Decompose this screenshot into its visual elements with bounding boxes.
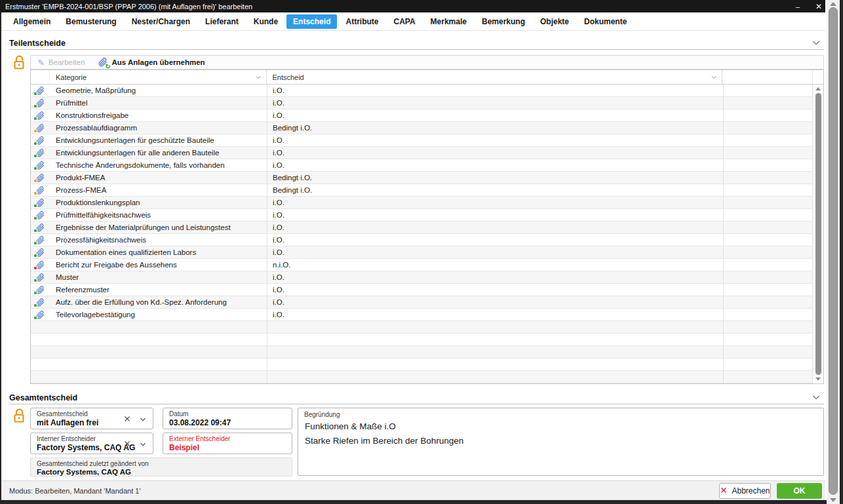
- table-row[interactable]: Prozess-FMEABedingt i.O.: [31, 184, 814, 197]
- scroll-up-icon[interactable]: [830, 2, 836, 6]
- empty-icon-cell: [31, 371, 50, 383]
- table-row[interactable]: Ergebnisse der Materialprüfungen und Lei…: [31, 222, 814, 234]
- spacer-cell: [724, 346, 814, 358]
- tab-dokumente[interactable]: Dokumente: [578, 14, 633, 29]
- tab-attribute[interactable]: Attribute: [339, 14, 385, 29]
- chevron-down-icon[interactable]: [138, 415, 147, 427]
- entscheid-column-header[interactable]: Entscheid: [267, 70, 722, 84]
- table-row[interactable]: Entwicklungsunterlagen für geschützte Ba…: [31, 134, 814, 147]
- empty-icon-cell: [31, 359, 50, 370]
- table-row[interactable]: Referenzmusteri.O.: [31, 284, 814, 296]
- section-divider: [9, 49, 824, 50]
- scrollbar-thumb[interactable]: [815, 93, 821, 375]
- aus-anlagen-uebernehmen-button[interactable]: ↻ Aus Anlagen übernehmen: [98, 58, 205, 68]
- begruendung-label: Begründung: [298, 408, 823, 419]
- tab-kunde[interactable]: Kunde: [247, 14, 284, 29]
- datum-field[interactable]: Datum 03.08.2022 09:47: [163, 408, 292, 429]
- kategorie-cell: Produktionslenkungsplan: [50, 197, 267, 208]
- spacer-cell: [724, 159, 814, 171]
- table-row[interactable]: Musteri.O.: [31, 271, 814, 284]
- kategorie-cell: Aufz. über die Erfüllung von Kd.-Spez. A…: [50, 296, 267, 308]
- tab-objekte[interactable]: Objekte: [534, 14, 576, 29]
- begruendung-text: Funktionen & Maße i.OStarke Riefen im Be…: [298, 419, 823, 448]
- zuletzt-geaendert-field: Gesamtentscheid zuletzt geändert von Fac…: [30, 457, 292, 476]
- table-row[interactable]: Produktionslenkungsplani.O.: [31, 197, 814, 209]
- kategorie-cell: [50, 321, 267, 333]
- kategorie-cell: Ergebnisse der Materialprüfungen und Lei…: [50, 222, 267, 233]
- tab-allgemein[interactable]: Allgemein: [7, 14, 57, 29]
- window-title: Erstmuster 'EMPB-2024-001/BSP (PPAP 2006…: [5, 3, 252, 10]
- entscheid-cell: i.O.: [267, 284, 724, 296]
- status-dot-red: [34, 267, 37, 269]
- table-row[interactable]: Dokumentation eines qualifizierten Labor…: [31, 246, 814, 259]
- table-row[interactable]: Bericht zur Freigabe des Aussehensn.i.O.: [31, 259, 814, 271]
- table-row[interactable]: Prüfmittelfähigkeitsnachweisi.O.: [31, 209, 814, 222]
- paperclip-icon: [31, 222, 50, 233]
- externer-entscheider-field[interactable]: Externer Entscheider Beispiel: [163, 433, 292, 454]
- tab-bemerkung[interactable]: Bemerkung: [475, 14, 532, 29]
- datum-label: Datum: [163, 408, 292, 417]
- window-scrollbar-thumb[interactable]: [829, 7, 838, 495]
- spacer-cell: [724, 284, 814, 296]
- entscheid-cell: i.O.: [267, 109, 724, 121]
- paperclip-icon: [31, 134, 50, 146]
- tab-merkmale[interactable]: Merkmale: [424, 14, 473, 29]
- window-scrollbar[interactable]: [827, 0, 840, 504]
- entscheid-cell: i.O.: [267, 234, 724, 246]
- minimize-button[interactable]: –: [791, 0, 805, 12]
- clear-x-icon[interactable]: [123, 439, 132, 451]
- collapse-gesamtentscheid-icon[interactable]: [811, 392, 821, 405]
- status-dot-green: [34, 204, 37, 207]
- table-row[interactable]: ProzessablaufdiagrammBedingt i.O.: [31, 122, 814, 134]
- table-row-empty[interactable]: [31, 359, 814, 371]
- scroll-down-icon[interactable]: [830, 498, 836, 502]
- table-row[interactable]: Entwicklungsunterlagen für alle anderen …: [31, 147, 814, 159]
- gesamtentscheid-select[interactable]: Gesamtentscheid mit Auflagen frei: [30, 408, 153, 429]
- abbrechen-button[interactable]: Abbrechen: [719, 483, 771, 499]
- chevron-down-icon[interactable]: [138, 440, 147, 452]
- status-dot-green: [34, 155, 37, 157]
- ok-button[interactable]: OK: [777, 483, 822, 499]
- table-row[interactable]: Produkt-FMEABedingt i.O.: [31, 172, 814, 184]
- kategorie-cell: Entwicklungsunterlagen für geschützte Ba…: [50, 134, 267, 146]
- table-row-empty[interactable]: [31, 321, 814, 334]
- status-dot-green: [34, 142, 37, 145]
- interner-entscheider-select[interactable]: Interner Entscheider Factory Systems, CA…: [30, 433, 153, 454]
- table-row-empty[interactable]: [31, 371, 814, 383]
- table-row[interactable]: Aufz. über die Erfüllung von Kd.-Spez. A…: [31, 296, 814, 309]
- entscheid-cell: Bedingt i.O.: [267, 122, 724, 134]
- tab-bemusterung[interactable]: Bemusterung: [59, 14, 123, 29]
- tab-lieferant[interactable]: Lieferant: [199, 14, 245, 29]
- entscheid-cell: i.O.: [267, 159, 724, 171]
- collapse-teilentscheide-icon[interactable]: [811, 37, 821, 50]
- entscheid-cell: i.O.: [267, 197, 724, 208]
- paperclip-icon: [31, 159, 50, 171]
- table-row-empty[interactable]: [31, 334, 814, 346]
- spacer-cell: [724, 234, 814, 246]
- kategorie-column-header[interactable]: Kategorie: [50, 70, 267, 84]
- close-button[interactable]: ✕: [812, 0, 826, 12]
- clear-x-icon[interactable]: [123, 414, 132, 426]
- bearbeiten-button[interactable]: ✎ Bearbeiten: [37, 58, 85, 67]
- table-row[interactable]: Prozessfähigkeitsnachweisi.O.: [31, 234, 814, 246]
- table-row[interactable]: Konstruktionsfreigabei.O.: [31, 109, 814, 122]
- status-dot-green: [34, 105, 37, 107]
- table-row[interactable]: Geometrie, Maßprüfungi.O.: [31, 85, 814, 97]
- tab-capa[interactable]: CAPA: [387, 14, 422, 29]
- scroll-down-icon[interactable]: [815, 378, 821, 381]
- entscheid-cell: i.O.: [267, 222, 724, 233]
- tab-entscheid[interactable]: Entscheid: [286, 14, 337, 29]
- paperclip-icon: [31, 85, 50, 96]
- paperclip-icon: [31, 147, 50, 159]
- table-row[interactable]: Teilevorlagebestätigungi.O.: [31, 309, 814, 321]
- table-row[interactable]: Technische Änderungsdokumente, falls vor…: [31, 159, 814, 172]
- table-row-empty[interactable]: [31, 346, 814, 359]
- table-row[interactable]: Prüfmitteli.O.: [31, 97, 814, 109]
- tab-nester-chargen[interactable]: Nester/Chargen: [125, 14, 197, 29]
- begruendung-textarea[interactable]: Begründung Funktionen & Maße i.OStarke R…: [298, 408, 824, 476]
- scroll-up-icon[interactable]: [815, 87, 821, 90]
- table-scrollbar[interactable]: [812, 85, 823, 383]
- kategorie-cell: Entwicklungsunterlagen für alle anderen …: [50, 147, 267, 159]
- kategorie-cell: Referenzmuster: [50, 284, 267, 296]
- paperclip-icon: [31, 97, 50, 109]
